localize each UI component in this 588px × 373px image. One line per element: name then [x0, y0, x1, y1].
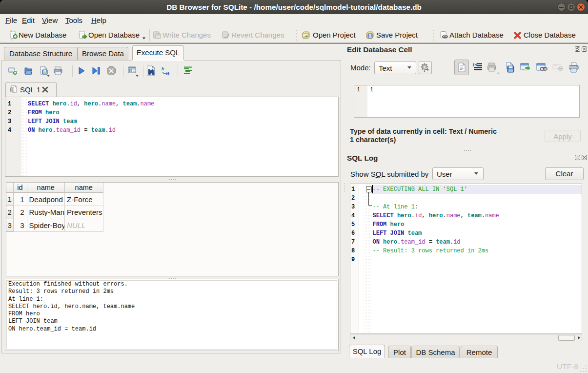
svg-text:a: a [166, 69, 170, 76]
svg-text:b: b [162, 65, 164, 71]
